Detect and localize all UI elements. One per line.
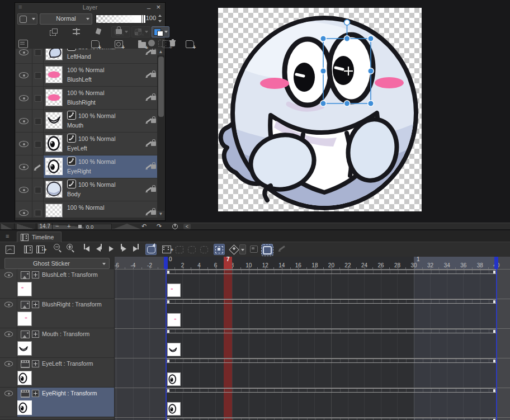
cel-thumbnail[interactable] bbox=[167, 402, 181, 416]
scroll-up-icon[interactable]: ▲ bbox=[157, 49, 164, 55]
clip-start-handle[interactable] bbox=[167, 389, 169, 392]
timeline-track-row[interactable]: Mouth : Transform bbox=[0, 328, 114, 358]
clip-end-handle[interactable] bbox=[493, 330, 495, 333]
cel-thumbnail[interactable] bbox=[167, 372, 181, 386]
clip-end-handle[interactable] bbox=[493, 300, 495, 303]
minimize-button[interactable]: _ bbox=[147, 2, 150, 9]
layer-check-cell[interactable] bbox=[32, 87, 44, 109]
track-visibility-cell[interactable] bbox=[0, 299, 17, 328]
zoom-out-button[interactable]: − bbox=[55, 223, 59, 229]
transform-overlay[interactable] bbox=[218, 8, 422, 211]
eye-icon[interactable] bbox=[19, 118, 29, 124]
track-thumbnail[interactable] bbox=[17, 312, 32, 326]
layer-panel-titlebar[interactable]: ≡ Layer _ × bbox=[15, 3, 165, 12]
clip-end-handle[interactable] bbox=[493, 271, 495, 273]
expand-track-icon[interactable] bbox=[32, 301, 39, 308]
timeline-ruler[interactable]: -6-4-20246810121416182022242628303234363… bbox=[115, 257, 510, 269]
layer-checkbox[interactable] bbox=[35, 210, 41, 216]
graph-editor-button[interactable] bbox=[4, 244, 16, 255]
scroll-down-icon[interactable]: ▼ bbox=[157, 211, 164, 218]
track-name[interactable]: EyeRight : Transform bbox=[42, 390, 97, 397]
go-to-start-button[interactable] bbox=[81, 244, 92, 255]
track-name[interactable]: BlushLeft : Transform bbox=[42, 271, 98, 278]
new-animation-cel-button[interactable]: + bbox=[161, 244, 172, 255]
collapse-arrow-button[interactable]: < bbox=[183, 224, 191, 229]
eye-icon[interactable] bbox=[19, 141, 29, 147]
undo-button[interactable]: ↶ bbox=[141, 223, 147, 230]
track-name[interactable]: BlushRight : Transform bbox=[42, 301, 102, 308]
link-cels-button[interactable] bbox=[186, 244, 197, 255]
onion-skin-button[interactable] bbox=[262, 244, 273, 255]
timeline-view-button[interactable] bbox=[22, 244, 34, 255]
new-layer-type-button[interactable] bbox=[115, 40, 123, 48]
layer-row[interactable]: 100 % NormalMouth bbox=[16, 110, 157, 132]
track-thumbnail[interactable] bbox=[17, 282, 32, 296]
spin-down-icon[interactable] bbox=[158, 20, 162, 22]
spin-up-icon[interactable] bbox=[158, 15, 162, 17]
track-thumbnail[interactable] bbox=[17, 371, 32, 385]
layer-checkbox[interactable] bbox=[35, 187, 41, 194]
keyframe-type-dropdown[interactable] bbox=[239, 244, 246, 254]
layer-check-cell[interactable] bbox=[32, 64, 44, 86]
layer-thumbnail[interactable] bbox=[45, 89, 63, 106]
combine-to-lower-layer-button[interactable] bbox=[186, 40, 194, 48]
reset-rotation-icon[interactable] bbox=[172, 224, 178, 229]
layer-list-view-icon[interactable] bbox=[18, 40, 28, 48]
new-timeline-button[interactable]: + bbox=[35, 244, 46, 255]
opacity-spinner[interactable] bbox=[158, 14, 163, 23]
clip-duration-bar[interactable] bbox=[166, 388, 497, 393]
eye-icon[interactable] bbox=[4, 272, 13, 278]
edit-keyframe-pencil-button[interactable] bbox=[276, 244, 287, 255]
timeline-grid[interactable] bbox=[115, 269, 510, 420]
new-layer-folder-button[interactable] bbox=[138, 42, 146, 48]
clip-start-handle[interactable] bbox=[167, 330, 169, 333]
zoom-in-timeline-button[interactable] bbox=[65, 244, 76, 255]
layer-visibility-cell[interactable] bbox=[16, 64, 32, 86]
fit-to-screen-button[interactable] bbox=[78, 225, 82, 228]
add-transform-keyframe-button[interactable] bbox=[228, 244, 239, 255]
clip-start-handle[interactable] bbox=[167, 300, 169, 303]
playhead-marker[interactable]: 7 bbox=[224, 257, 232, 269]
eye-icon[interactable] bbox=[4, 391, 13, 397]
layer-checkbox[interactable] bbox=[35, 118, 41, 125]
track-visibility-cell[interactable] bbox=[0, 328, 17, 357]
layer-checkbox[interactable] bbox=[35, 95, 41, 102]
layer-row[interactable]: 100 % NormalBody bbox=[16, 178, 157, 201]
layer-thumbnail[interactable] bbox=[45, 158, 63, 175]
timeline-track-row[interactable]: EyeRight : Transform bbox=[0, 388, 114, 417]
start-frame-marker[interactable] bbox=[164, 257, 168, 269]
end-frame-marker[interactable] bbox=[494, 257, 498, 269]
clip-duration-bar[interactable] bbox=[166, 418, 497, 420]
close-button[interactable]: × bbox=[156, 3, 160, 11]
new-raster-layer-button[interactable] bbox=[91, 40, 100, 48]
layer-thumbnail[interactable] bbox=[45, 49, 63, 60]
timeline-track-row[interactable]: EyeLeft : Transform bbox=[0, 358, 114, 388]
eye-icon[interactable] bbox=[19, 49, 29, 55]
clip-start-handle[interactable] bbox=[167, 271, 169, 273]
layer-list-scrollbar[interactable]: ▲ ▼ bbox=[157, 49, 164, 218]
layer-check-cell[interactable] bbox=[32, 155, 44, 178]
draft-layer-icon[interactable] bbox=[95, 28, 102, 35]
layer-check-cell[interactable] bbox=[32, 110, 44, 132]
eye-icon[interactable] bbox=[19, 164, 29, 170]
layer-row[interactable]: 100 % NormalLeftHand bbox=[16, 49, 157, 63]
scrollbar-thumb[interactable] bbox=[158, 56, 164, 117]
layer-color-dropdown[interactable] bbox=[152, 26, 169, 37]
play-button[interactable] bbox=[106, 244, 117, 255]
opacity-value[interactable]: 100 bbox=[146, 15, 156, 21]
expand-track-icon[interactable] bbox=[32, 360, 39, 367]
delete-layer-button[interactable] bbox=[169, 40, 176, 46]
clip-end-handle[interactable] bbox=[493, 360, 495, 362]
layer-visibility-cell[interactable] bbox=[16, 178, 32, 201]
cel-thumbnail[interactable] bbox=[167, 284, 181, 297]
rotation-value[interactable]: 0.0 bbox=[84, 224, 112, 230]
expand-track-icon[interactable] bbox=[32, 271, 39, 279]
track-visibility-cell[interactable] bbox=[0, 388, 17, 417]
eye-icon[interactable] bbox=[4, 302, 13, 308]
next-frame-button[interactable] bbox=[118, 244, 129, 255]
specify-cel-button[interactable] bbox=[174, 244, 185, 255]
layer-visibility-cell[interactable] bbox=[16, 49, 32, 63]
canvas[interactable] bbox=[218, 8, 422, 211]
clip-duration-bar[interactable] bbox=[166, 358, 497, 363]
timeline-selector-dropdown[interactable]: Ghost Sticker bbox=[4, 258, 110, 269]
